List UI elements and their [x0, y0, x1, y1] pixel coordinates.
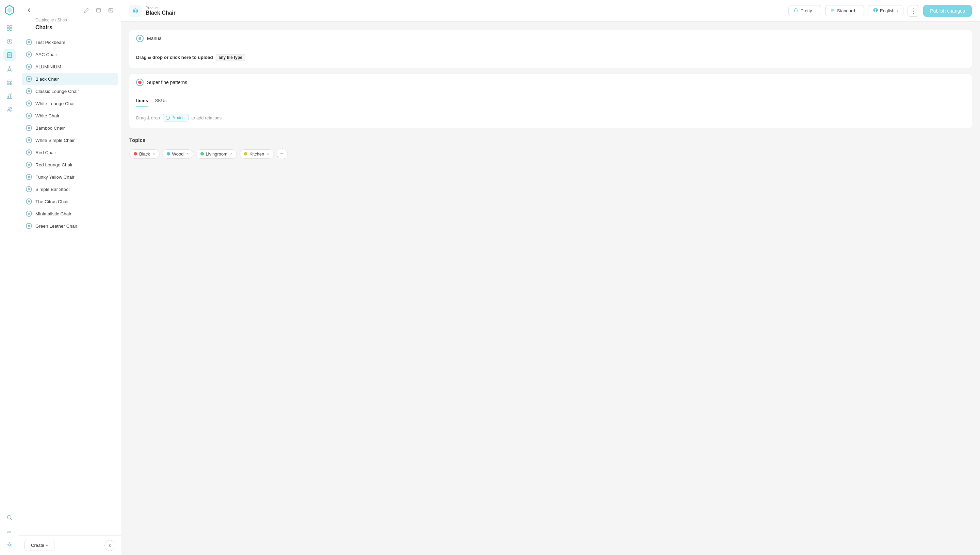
topics-chips: Black × Wood × Livingroom × Kitchen × + — [129, 148, 972, 159]
sidebar-item[interactable]: Funky Yellow Chair — [22, 171, 118, 183]
sidebar-item-label: Funky Yellow Chair — [35, 175, 75, 180]
pretty-button[interactable]: Pretty ↓ — [788, 5, 821, 16]
topic-chip: Kitchen × — [239, 149, 274, 159]
sidebar-item-label: Red Chair — [35, 150, 56, 155]
sidebar-item[interactable]: AAC Chair — [22, 48, 118, 61]
sidebar-nav-home[interactable] — [3, 22, 16, 34]
sidebar-item[interactable]: The Citrus Chair — [22, 195, 118, 208]
product-badge: Product — [163, 114, 189, 122]
svg-line-17 — [10, 67, 11, 70]
item-icon — [26, 186, 32, 192]
publish-button[interactable]: Publish changes — [923, 5, 972, 17]
sidebar-item[interactable]: Simple Bar Stool — [22, 183, 118, 195]
sidebar-item[interactable]: Black Chair — [22, 73, 118, 85]
svg-rect-26 — [11, 94, 12, 99]
topics-section: Topics Black × Wood × Livingroom × Kitch… — [129, 135, 972, 162]
sidebar-item[interactable]: White Simple Chair — [22, 134, 118, 146]
sidebar-item[interactable]: Test Pickbeam — [22, 36, 118, 48]
sidebar-item[interactable]: Minimalistic Chair — [22, 208, 118, 220]
sidebar-nav-nodes[interactable] — [3, 63, 16, 75]
back-button[interactable] — [24, 5, 34, 15]
svg-line-16 — [8, 67, 10, 70]
svg-point-15 — [11, 70, 12, 71]
standard-button[interactable]: Standard ↓ — [825, 5, 864, 16]
topic-dot-icon — [167, 152, 170, 156]
english-button[interactable]: English ↓ — [868, 5, 903, 16]
sidebar-nav-users[interactable] — [3, 103, 16, 116]
sidebar-item[interactable]: White Lounge Chair — [22, 97, 118, 109]
sidebar-nav-search[interactable] — [3, 512, 16, 524]
upload-area[interactable]: Drag & drop or click here to upload any … — [129, 47, 972, 68]
sidebar-toolbar — [81, 5, 115, 15]
item-icon — [26, 211, 32, 217]
create-button[interactable]: Create + — [24, 540, 55, 551]
sidebar-item[interactable]: ALUMINIUM — [22, 61, 118, 73]
add-topic-button[interactable]: + — [277, 148, 287, 159]
topic-remove-button[interactable]: × — [267, 152, 269, 156]
icon-bar: Az — [0, 0, 19, 555]
manual-section-header: Manual — [129, 30, 972, 47]
content-area: Manual Drag & drop or click here to uplo… — [121, 22, 980, 555]
item-icon — [26, 149, 32, 156]
super-fine-patterns-section: Super fine patterns Items SKUs Drag & dr… — [129, 74, 972, 128]
svg-point-32 — [8, 544, 10, 545]
sidebar-item[interactable]: White Chair — [22, 109, 118, 122]
sidebar-header — [19, 0, 121, 18]
drag-drop-relation-area: Drag & drop Product to add relations — [136, 114, 965, 122]
english-icon — [873, 8, 878, 14]
collapse-sidebar-button[interactable] — [104, 540, 115, 551]
item-icon — [26, 223, 32, 229]
topic-chip: Wood × — [162, 149, 193, 159]
topic-remove-button[interactable]: × — [230, 152, 233, 156]
click-here-link[interactable]: click here — [170, 55, 191, 60]
sidebar-nav-grid[interactable] — [3, 76, 16, 88]
main-header: Product Black Chair Pretty ↓ Standard — [121, 0, 980, 22]
more-options-button[interactable]: ⋮ — [908, 5, 919, 17]
sidebar-item[interactable]: Red Lounge Chair — [22, 159, 118, 171]
item-icon — [26, 88, 32, 94]
tab-skus[interactable]: SKUs — [155, 98, 167, 107]
main-content: Product Black Chair Pretty ↓ Standard — [121, 0, 980, 555]
svg-point-29 — [7, 515, 11, 519]
sidebar-item[interactable]: Red Chair — [22, 146, 118, 159]
english-arrow-icon: ↓ — [897, 9, 899, 13]
view-icon[interactable] — [93, 5, 103, 15]
sidebar-nav-settings[interactable] — [3, 539, 16, 551]
svg-rect-24 — [7, 96, 8, 98]
topic-dot-icon — [134, 152, 137, 156]
sidebar-footer: Create + — [19, 535, 121, 555]
sidebar-item[interactable]: Classic Lounge Chair — [22, 85, 118, 97]
relation-suffix: to add relations — [191, 115, 221, 120]
topic-label: Wood — [172, 151, 184, 157]
sidebar-nav-documents[interactable] — [3, 49, 16, 61]
item-icon — [26, 112, 32, 119]
sidebar-nav-star[interactable] — [3, 35, 16, 48]
sidebar-nav-chart[interactable] — [3, 90, 16, 102]
super-fine-patterns-header: Super fine patterns — [129, 74, 972, 91]
sidebar-item[interactable]: Green Leather Chair — [22, 220, 118, 232]
svg-point-14 — [7, 70, 8, 71]
file-type-badge: any file type — [216, 54, 245, 61]
item-icon — [26, 174, 32, 180]
english-label: English — [880, 8, 895, 13]
tab-items[interactable]: Items — [136, 98, 148, 107]
sidebar: Catalogue / Shop Chairs Test Pickbeam AA… — [19, 0, 121, 555]
image-icon[interactable] — [106, 5, 115, 15]
topic-remove-button[interactable]: × — [153, 152, 155, 156]
svg-rect-5 — [10, 28, 11, 30]
sidebar-item-label: Red Lounge Chair — [35, 162, 73, 167]
sidebar-item-label: Green Leather Chair — [35, 224, 77, 229]
topic-remove-button[interactable]: × — [186, 152, 189, 156]
edit-icon[interactable] — [81, 5, 91, 15]
sidebar-nav-az[interactable]: Az — [3, 525, 16, 537]
drag-drop-label: Drag & drop — [136, 115, 160, 120]
item-icon — [26, 162, 32, 168]
breadcrumb-catalogue[interactable]: Catalogue / Shop — [35, 18, 67, 22]
topic-chip: Black × — [129, 149, 160, 159]
topic-chip: Livingroom × — [196, 149, 237, 159]
product-name-label: Black Chair — [146, 10, 176, 16]
pretty-icon — [794, 8, 798, 14]
svg-text:Az: Az — [7, 530, 11, 534]
breadcrumb: Catalogue / Shop — [19, 18, 121, 24]
sidebar-item[interactable]: Bamboo Chair — [22, 122, 118, 134]
